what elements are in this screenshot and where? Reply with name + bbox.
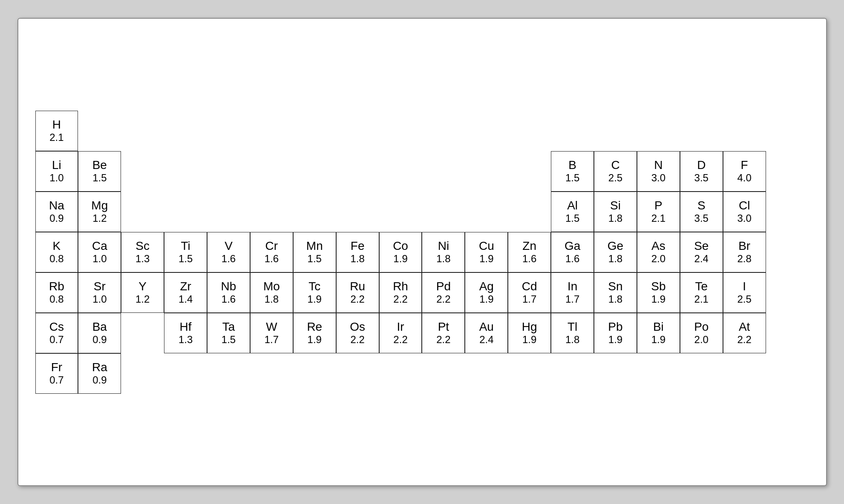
empty [121,151,164,192]
empty [379,353,422,394]
element-Br: Br 2.8 [723,232,766,272]
empty [207,353,250,394]
element-Po: Po 2.0 [680,313,723,353]
element-Sc: Sc 1.3 [121,232,164,272]
empty [766,313,809,353]
empty [465,151,508,192]
element-Zr: Zr 1.4 [164,272,207,313]
element-Cd: Cd 1.7 [508,272,551,313]
element-Ir: Ir 2.2 [379,313,422,353]
element-In: In 1.7 [551,272,594,313]
empty [594,111,637,151]
element-Sr: Sr 1.0 [78,272,121,313]
empty [680,111,723,151]
empty [121,192,164,232]
element-B: B 1.5 [551,151,594,192]
element-Sb: Sb 1.9 [637,272,680,313]
empty [465,111,508,151]
empty [766,192,809,232]
element-Cl: Cl 3.0 [723,192,766,232]
empty [594,353,637,394]
empty [250,151,293,192]
element-Rb: Rb 0.8 [35,272,78,313]
empty [293,192,336,232]
empty [207,151,250,192]
empty [336,111,379,151]
element-Ra: Ra 0.9 [78,353,121,394]
element-Y: Y 1.2 [121,272,164,313]
element-Te: Te 2.1 [680,272,723,313]
element-Au: Au 2.4 [465,313,508,353]
element-Tl: Tl 1.8 [551,313,594,353]
empty [766,111,809,151]
empty [164,192,207,232]
element-Ge: Ge 1.8 [594,232,637,272]
empty [508,111,551,151]
element-Cs: Cs 0.7 [35,313,78,353]
element-F: F 4.0 [723,151,766,192]
element-K: K 0.8 [35,232,78,272]
empty [766,272,809,313]
element-C: C 2.5 [594,151,637,192]
empty [164,111,207,151]
element-Li: Li 1.0 [35,151,78,192]
element-Ag: Ag 1.9 [465,272,508,313]
empty [508,353,551,394]
empty [637,111,680,151]
empty [293,353,336,394]
element-Ta: Ta 1.5 [207,313,250,353]
empty [422,353,465,394]
element-H: H 2.1 [35,111,78,151]
empty [680,353,723,394]
element-N: N 3.0 [637,151,680,192]
element-Pt: Pt 2.2 [422,313,465,353]
empty [293,151,336,192]
empty [422,151,465,192]
element-Cu: Cu 1.9 [465,232,508,272]
empty [551,353,594,394]
empty [336,353,379,394]
empty [164,151,207,192]
empty [508,151,551,192]
empty [207,111,250,151]
element-Fe: Fe 1.8 [336,232,379,272]
empty [250,192,293,232]
empty [465,353,508,394]
element-Na: Na 0.9 [35,192,78,232]
element-Mn: Mn 1.5 [293,232,336,272]
element-Al: Al 1.5 [551,192,594,232]
element-Ni: Ni 1.8 [422,232,465,272]
empty [379,111,422,151]
element-Ru: Ru 2.2 [336,272,379,313]
empty [766,232,809,272]
empty [121,353,164,394]
empty [465,192,508,232]
empty [78,111,121,151]
element-Tc: Tc 1.9 [293,272,336,313]
element-Sn: Sn 1.8 [594,272,637,313]
page-container: H 2.1 Li 1.0 Be 1.5 [17,18,827,486]
element-Hg: Hg 1.9 [508,313,551,353]
empty [164,353,207,394]
element-At: At 2.2 [723,313,766,353]
empty [508,192,551,232]
empty [336,151,379,192]
periodic-table: H 2.1 Li 1.0 Be 1.5 [35,111,809,394]
empty [637,353,680,394]
element-Ga: Ga 1.6 [551,232,594,272]
element-Hf: Hf 1.3 [164,313,207,353]
element-Si: Si 1.8 [594,192,637,232]
empty [551,111,594,151]
element-Nb: Nb 1.6 [207,272,250,313]
element-Ca: Ca 1.0 [78,232,121,272]
element-V: V 1.6 [207,232,250,272]
empty [121,111,164,151]
element-I: I 2.5 [723,272,766,313]
element-Bi: Bi 1.9 [637,313,680,353]
element-Mo: Mo 1.8 [250,272,293,313]
element-Pd: Pd 2.2 [422,272,465,313]
empty [422,192,465,232]
empty [379,151,422,192]
element-S: S 3.5 [680,192,723,232]
element-P: P 2.1 [637,192,680,232]
